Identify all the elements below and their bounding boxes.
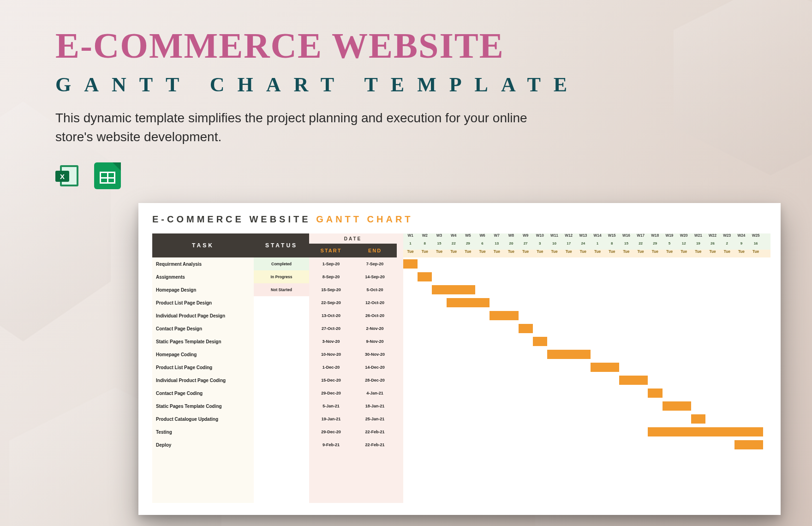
task-name: Product List Page Coding: [152, 361, 254, 374]
col-header-date: DATE: [309, 233, 397, 244]
week-dayname: Tue: [619, 250, 633, 257]
gantt-bar: [547, 350, 591, 359]
task-status: [254, 296, 309, 309]
table-row: Product Catalogue Updating19-Jan-2125-Ja…: [152, 412, 770, 425]
week-daynum: 9: [734, 241, 748, 249]
week-daynum: 29: [648, 241, 662, 249]
week-label: W5: [461, 233, 475, 241]
row-gap: [397, 412, 403, 425]
week-daynum: 2: [720, 241, 734, 249]
week-label: W4: [447, 233, 461, 241]
table-row: Product List Page Coding1-Dec-2014-Dec-2…: [152, 361, 770, 374]
gantt-bar-track: [403, 270, 770, 283]
excel-icon-letter: X: [55, 171, 69, 182]
week-dayname: Tue: [519, 250, 533, 257]
task-start-date: 1-Dec-20: [309, 361, 353, 374]
week-dayname: Tue: [418, 250, 432, 257]
week-label: W25: [749, 233, 763, 241]
spreadsheet-preview: E-COMMERCE WEBSITE GANTT CHART TASK STAT…: [138, 203, 781, 515]
task-status: [254, 309, 309, 322]
gantt-header: TASK STATUS DATE START END W1W2W3W4W5W6W…: [152, 233, 770, 257]
week-daynum: 17: [561, 241, 576, 249]
gantt-bar-track: [403, 374, 770, 387]
table-row: Contact Page Design27-Oct-202-Nov-20: [152, 322, 770, 335]
task-status: [254, 322, 309, 335]
table-row: [152, 451, 770, 464]
task-start-date: 9-Feb-21: [309, 438, 353, 451]
row-gap: [397, 451, 403, 464]
week-dayname: Tue: [662, 250, 676, 257]
gantt-bar-track: [403, 451, 770, 464]
table-row: Contact Page Coding29-Dec-204-Jan-21: [152, 387, 770, 400]
week-label: W22: [705, 233, 720, 241]
page-description: This dynamic template simplifies the pro…: [55, 109, 535, 146]
table-row: Static Pages Template Design3-Nov-209-No…: [152, 335, 770, 348]
table-row: Individual Product Page Design13-Oct-202…: [152, 309, 770, 322]
row-gap: [397, 322, 403, 335]
row-gap: [397, 283, 403, 296]
task-start-date: [309, 477, 353, 490]
task-end-date: 14-Sep-20: [353, 270, 397, 283]
task-status: [254, 348, 309, 361]
gantt-bar-track: [403, 322, 770, 335]
task-end-date: [353, 477, 397, 490]
week-dayname: Tue: [561, 250, 576, 257]
table-row: AssignmentsIn Progress8-Sep-2014-Sep-20: [152, 270, 770, 283]
row-gap: [397, 490, 403, 503]
task-end-date: 14-Dec-20: [353, 361, 397, 374]
week-dayname: Tue: [691, 250, 705, 257]
week-dayname: Tue: [576, 250, 590, 257]
gantt-bar: [691, 414, 705, 424]
row-gap: [397, 309, 403, 322]
week-dayname: Tue: [461, 250, 475, 257]
task-status: Not Started: [254, 283, 309, 296]
week-dayname: Tue: [447, 250, 461, 257]
week-label: W12: [561, 233, 576, 241]
task-end-date: 26-Oct-20: [353, 309, 397, 322]
row-gap: [397, 477, 403, 490]
gantt-bar-track: [403, 257, 770, 270]
week-label: W17: [633, 233, 648, 241]
task-start-date: 3-Nov-20: [309, 335, 353, 348]
col-header-start: START: [309, 244, 353, 257]
task-start-date: 1-Sep-20: [309, 257, 353, 270]
week-label: W24: [734, 233, 748, 241]
week-daynum: 8: [418, 241, 432, 249]
sheet-title-plain: E-COMMERCE WEBSITE: [152, 214, 316, 224]
task-start-date: 22-Sep-20: [309, 296, 353, 309]
gantt-bar-track: [403, 490, 770, 503]
week-daynum: 10: [547, 241, 561, 249]
task-start-date: 29-Dec-20: [309, 425, 353, 438]
task-start-date: 8-Sep-20: [309, 270, 353, 283]
gantt-bar: [591, 363, 619, 372]
task-start-date: 15-Sep-20: [309, 283, 353, 296]
table-row: Product List Page Design22-Sep-2012-Oct-…: [152, 296, 770, 309]
week-daynum: 12: [677, 241, 691, 249]
gantt-bar-track: [403, 296, 770, 309]
week-daynum: 29: [461, 241, 475, 249]
task-start-date: [309, 464, 353, 477]
gantt-bar: [418, 272, 432, 281]
gantt-bar: [648, 427, 763, 436]
week-dayname: Tue: [633, 250, 648, 257]
table-row: Homepage Coding10-Nov-2030-Nov-20: [152, 348, 770, 361]
week-label: W1: [403, 233, 418, 241]
weeks-header: W1W2W3W4W5W6W7W8W9W10W11W12W13W14W15W16W…: [403, 233, 770, 257]
task-status: [254, 477, 309, 490]
task-name: Contact Page Coding: [152, 387, 254, 400]
task-end-date: 22-Feb-21: [353, 438, 397, 451]
week-label: W8: [504, 233, 518, 241]
gantt-bar-track: [403, 309, 770, 322]
week-label: W13: [576, 233, 590, 241]
task-name: [152, 451, 254, 464]
gantt-bar: [648, 389, 662, 398]
task-end-date: 28-Dec-20: [353, 374, 397, 387]
week-label: W10: [533, 233, 547, 241]
task-end-date: 4-Jan-21: [353, 387, 397, 400]
task-end-date: 2-Nov-20: [353, 322, 397, 335]
week-daynum: 27: [519, 241, 533, 249]
task-start-date: 29-Dec-20: [309, 387, 353, 400]
task-status: [254, 374, 309, 387]
week-dayname: Tue: [432, 250, 446, 257]
week-daynum: 26: [705, 241, 720, 249]
